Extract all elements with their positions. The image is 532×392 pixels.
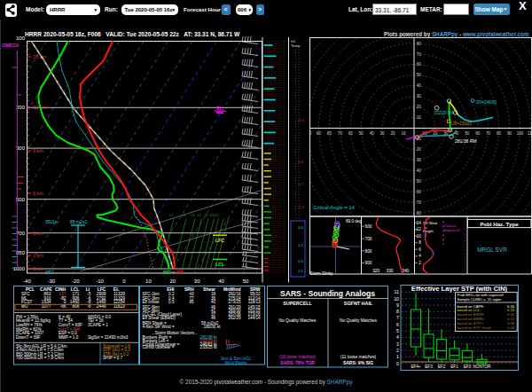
svg-text:EL: EL — [216, 106, 223, 111]
svg-text:Supercell: Supercell — [444, 228, 460, 232]
svg-text:-0.5: -0.5 — [297, 205, 304, 209]
svg-text:Eff Shear (EBWD): Eff Shear (EBWD) — [143, 316, 176, 320]
svg-text:262/29: 262/29 — [228, 316, 240, 320]
svg-text:22: 22 — [197, 213, 201, 217]
svg-text:80: 80 — [327, 131, 332, 136]
svg-text:OMEGA: OMEGA — [2, 43, 20, 48]
svg-text:85: 85 — [189, 300, 194, 304]
svg-text:30: 30 — [417, 158, 422, 162]
svg-text:6: 6 — [419, 247, 421, 252]
svg-text:LCL: LCL — [215, 262, 225, 267]
svg-text:Sample CLIMO = .15 sigtor: Sample CLIMO = .15 sigtor — [458, 297, 503, 302]
svg-text:330: 330 — [386, 269, 393, 273]
svg-text:4: 4 — [396, 334, 399, 340]
svg-text:LFC: LFC — [215, 238, 225, 243]
svg-text:100: 100 — [517, 131, 524, 136]
svg-text:0.5: 0.5 — [298, 259, 304, 263]
svg-text:2: 2 — [419, 261, 421, 265]
svg-text:2.1: 2.1 — [298, 269, 304, 273]
svg-text:(10 loose matches): (10 loose matches) — [279, 355, 316, 359]
svg-text:2: 2 — [396, 348, 399, 353]
svg-text:SFC: SFC — [45, 270, 54, 275]
svg-text:70: 70 — [417, 200, 422, 205]
svg-text:1000: 1000 — [13, 266, 26, 271]
svg-text:MRGL SVR: MRGL SVR — [477, 247, 507, 253]
svg-text:90: 90 — [317, 131, 322, 136]
svg-text:80: 80 — [497, 131, 502, 136]
svg-text:MMP = 1.0: MMP = 1.0 — [59, 335, 79, 340]
svg-text:12: 12 — [417, 227, 422, 231]
svg-text:70: 70 — [417, 52, 422, 57]
svg-text:1: 1 — [396, 354, 399, 359]
svg-text:3 km: 3 km — [33, 231, 43, 236]
svg-text:85 m2s2: 85 m2s2 — [70, 219, 87, 224]
svg-text:SUPERCELL: SUPERCELL — [283, 301, 312, 306]
svg-text:DownT = 59F: DownT = 59F — [16, 335, 41, 340]
svg-text:EF0: EF0 — [464, 365, 472, 369]
svg-text:10: 10 — [394, 296, 399, 302]
svg-text:-30: -30 — [47, 278, 55, 284]
svg-text:Eff Inflow: Eff Inflow — [143, 300, 160, 304]
svg-text:0: 0 — [396, 361, 399, 366]
svg-text:18: 18 — [191, 213, 195, 217]
svg-text:900: 900 — [365, 261, 372, 265]
svg-text:Temp.: Temp. — [291, 43, 301, 48]
svg-text:5: 5 — [396, 328, 399, 333]
svg-text:8: 8 — [419, 240, 421, 245]
svg-text:700: 700 — [365, 237, 372, 241]
svg-text:1 km: 1 km — [33, 253, 43, 258]
svg-text:30: 30 — [443, 131, 449, 136]
svg-text:Storm Slinky: Storm Slinky — [310, 271, 333, 276]
svg-text:-20: -20 — [72, 278, 80, 284]
svg-text:30: 30 — [194, 278, 200, 284]
svg-text:14: 14 — [182, 213, 186, 217]
svg-text:30: 30 — [380, 131, 386, 136]
svg-text:232/29 LM: 232/29 LM — [434, 111, 454, 115]
svg-text:40: 40 — [218, 278, 224, 284]
svg-text:Psbl Haz. Type: Psbl Haz. Type — [480, 221, 519, 227]
svg-text:40: 40 — [211, 300, 216, 304]
svg-text:10: 10 — [402, 131, 407, 136]
svg-text:Effective Layer STP (with CIN): Effective Layer STP (with CIN) — [411, 285, 508, 293]
svg-text:Wind Barbs: Wind Barbs — [225, 361, 247, 365]
svg-text:No Quality Matches: No Quality Matches — [279, 318, 317, 323]
svg-text:281/38 RM: 281/38 RM — [455, 138, 476, 144]
svg-text:700-500mb LR = 7.8 C/km: 700-500mb LR = 7.8 C/km — [16, 356, 64, 360]
svg-text:9 km: 9 km — [33, 148, 43, 153]
svg-text:60: 60 — [475, 131, 481, 136]
svg-text:340: 340 — [402, 269, 409, 273]
svg-text:180/30 kt: 180/30 kt — [204, 325, 222, 329]
svg-text:70: 70 — [486, 131, 491, 136]
svg-text:60: 60 — [348, 131, 354, 136]
svg-text:69.0 deg: 69.0 deg — [346, 219, 362, 223]
svg-text:4-6km SR Wind =: 4-6km SR Wind = — [143, 325, 175, 329]
svg-text:144/14: 144/14 — [247, 316, 260, 320]
svg-text:Inf.: Inf. — [291, 39, 296, 43]
svg-text:Critical Angle = 14: Critical Angle = 14 — [313, 205, 356, 210]
svg-text:26: 26 — [204, 213, 208, 217]
svg-text:600: 600 — [365, 224, 372, 229]
svg-text:EF1: EF1 — [450, 365, 458, 369]
svg-text:20: 20 — [433, 131, 438, 136]
svg-text:69F: 69F — [176, 270, 184, 275]
svg-text:SARS: 70% TOR: SARS: 70% TOR — [280, 360, 315, 365]
svg-text:66F: 66F — [163, 270, 171, 275]
svg-text:SGFNT HAIL: SGFNT HAIL — [344, 301, 373, 306]
svg-text:100: 100 — [16, 35, 26, 41]
svg-text:3CAPE = 1: 3CAPE = 1 — [88, 323, 108, 327]
svg-text:EF4+: EF4+ — [411, 365, 420, 369]
svg-text:DN=246/63: DN=246/63 — [476, 100, 497, 105]
svg-text:20: 20 — [169, 278, 176, 284]
svg-text:30: 30 — [417, 94, 422, 98]
svg-text:40: 40 — [417, 169, 422, 173]
svg-text:20: 20 — [417, 147, 422, 152]
svg-text:10: 10 — [169, 213, 174, 217]
svg-text:10: 10 — [417, 234, 422, 239]
svg-text:60: 60 — [417, 62, 422, 67]
svg-text:NONTOR: NONTOR — [473, 365, 492, 369]
svg-text:6 km: 6 km — [33, 191, 43, 196]
svg-text:7: 7 — [396, 315, 399, 320]
svg-text:40: 40 — [417, 83, 422, 88]
svg-text:14: 14 — [417, 221, 422, 225]
svg-text:70: 70 — [338, 131, 343, 136]
